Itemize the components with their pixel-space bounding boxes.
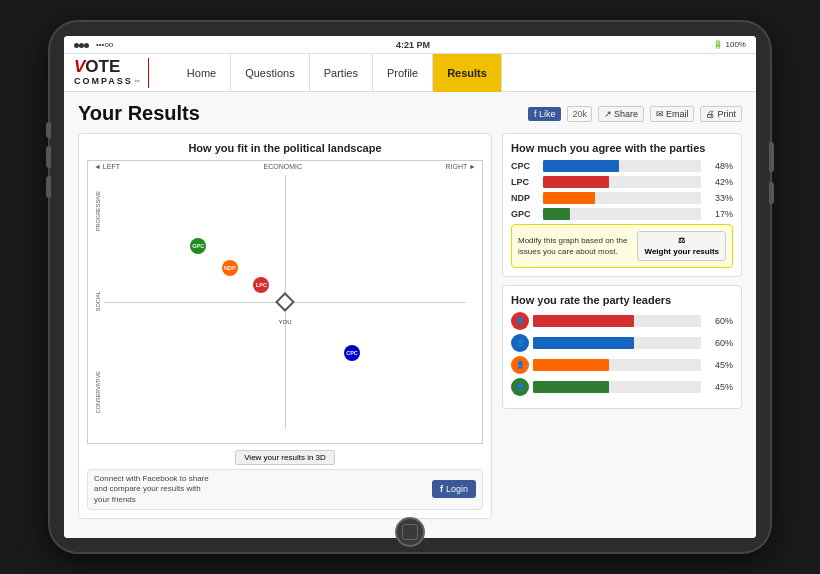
page-header: Your Results f Like 20k ↗ Share ✉ Email — [78, 102, 742, 125]
gpc-dot: GPC — [190, 238, 206, 254]
tablet-device: •••oo 4:21 PM 🔋 100% V OTE COMPASS ™ — [50, 22, 770, 552]
fb-login-icon: f — [440, 484, 443, 494]
gpc-pct: 17% — [705, 209, 733, 219]
compass-label: COMPASS — [74, 77, 133, 87]
side-button2[interactable] — [769, 182, 774, 204]
leader-bar-fill-4 — [533, 381, 609, 393]
leader-bar-track-4 — [533, 381, 701, 393]
carrier-label: •••oo — [96, 40, 113, 49]
you-marker — [275, 292, 295, 312]
print-button[interactable]: 🖨 Print — [700, 106, 742, 122]
ndp-bar-row: NDP 33% — [511, 192, 733, 204]
leader-avatar-2: 👤 — [511, 334, 529, 352]
lpc-bar-track — [543, 176, 701, 188]
cpc-bar-fill — [543, 160, 619, 172]
cpc-label: CPC — [511, 161, 539, 171]
gpc-label: GPC — [511, 209, 539, 219]
cpc-bar-track — [543, 160, 701, 172]
two-column-layout: How you fit in the political landscape ◄… — [78, 133, 742, 519]
gpc-bar-row: GPC 17% — [511, 208, 733, 220]
cpc-pct: 48% — [705, 161, 733, 171]
leader-bar-fill-3 — [533, 359, 609, 371]
lpc-pct: 42% — [705, 177, 733, 187]
ndp-bar-track — [543, 192, 701, 204]
fb-login-label: Login — [446, 484, 468, 494]
leader-row-2: 👤 60% — [511, 334, 733, 352]
nav-results[interactable]: Results — [433, 54, 502, 92]
vol-down-button[interactable] — [46, 146, 51, 168]
nav-home[interactable]: Home — [173, 54, 231, 92]
tablet-screen: •••oo 4:21 PM 🔋 100% V OTE COMPASS ™ — [64, 36, 756, 538]
gpc-bar-fill — [543, 208, 570, 220]
cpc-dot: CPC — [344, 345, 360, 361]
leader-bar-track-2 — [533, 337, 701, 349]
weight-results-box: Modify this graph based on the issues yo… — [511, 224, 733, 268]
fb-login-button[interactable]: f Login — [432, 480, 476, 498]
status-left: •••oo — [74, 40, 113, 50]
leader-pct-2: 60% — [705, 338, 733, 348]
party-agreement-card: How much you agree with the parties CPC … — [502, 133, 742, 277]
political-chart: ◄ LEFT ECONOMIC RIGHT ► PROGRESSIVE SOCI… — [87, 160, 483, 444]
connect-text: Connect with Facebook to share and compa… — [94, 474, 214, 505]
page-title: Your Results — [78, 102, 200, 125]
leader-pct-4: 45% — [705, 382, 733, 392]
ndp-bar-fill — [543, 192, 595, 204]
leader-avatar-3: 👤 — [511, 356, 529, 374]
conservative-label: CONSERVATIVE — [95, 371, 101, 413]
share-button[interactable]: ↗ Share — [598, 106, 644, 122]
like-count: 20k — [567, 106, 592, 122]
nav-profile[interactable]: Profile — [373, 54, 433, 92]
weight-text: Modify this graph based on the issues yo… — [518, 235, 628, 257]
fb-like-button[interactable]: f Like — [528, 107, 562, 121]
share-icon: ↗ — [604, 109, 612, 119]
time-display: 4:21 PM — [396, 40, 430, 50]
facebook-connect-bar: Connect with Facebook to share and compa… — [87, 469, 483, 510]
page-content: Your Results f Like 20k ↗ Share ✉ Email — [64, 92, 756, 538]
scale-icon: ⚖ — [678, 236, 685, 245]
email-button[interactable]: ✉ Email — [650, 106, 695, 122]
leader-bar-fill-2 — [533, 337, 634, 349]
print-icon: 🖨 — [706, 109, 715, 119]
leader-row-1: 👤 60% — [511, 312, 733, 330]
leader-bar-track-1 — [533, 315, 701, 327]
ndp-dot: NDP — [222, 260, 238, 276]
right-panel: How much you agree with the parties CPC … — [502, 133, 742, 519]
power-button[interactable] — [769, 142, 774, 172]
gpc-bar-track — [543, 208, 701, 220]
axis-center-label: ECONOMIC — [263, 163, 302, 170]
email-icon: ✉ — [656, 109, 664, 119]
ndp-label: NDP — [511, 193, 539, 203]
social-label: SOCIAL — [95, 291, 101, 311]
status-bar: •••oo 4:21 PM 🔋 100% — [64, 36, 756, 54]
ndp-pct: 33% — [705, 193, 733, 203]
nav-parties[interactable]: Parties — [310, 54, 373, 92]
leader-avatar-4: 👤 — [511, 378, 529, 396]
lpc-dot: LPC — [253, 277, 269, 293]
leader-avatar-1: 👤 — [511, 312, 529, 330]
vote-logo-v: V — [74, 58, 85, 77]
cpc-bar-row: CPC 48% — [511, 160, 733, 172]
nav-items: Home Questions Parties Profile Results — [173, 54, 746, 92]
view-3d-button[interactable]: View your results in 3D — [235, 450, 335, 465]
lpc-bar-fill — [543, 176, 609, 188]
leader-row-4: 👤 45% — [511, 378, 733, 396]
progressive-label: PROGRESSIVE — [95, 191, 101, 231]
tm-symbol: ™ — [134, 79, 140, 86]
party-leaders-title: How you rate the party leaders — [511, 294, 733, 306]
vol-up-button[interactable] — [46, 122, 51, 138]
social-actions: f Like 20k ↗ Share ✉ Email 🖨 Print — [528, 106, 742, 122]
political-landscape-panel: How you fit in the political landscape ◄… — [78, 133, 492, 519]
weight-btn-label: Weight your results — [644, 247, 719, 256]
logo: V OTE COMPASS ™ — [74, 58, 157, 88]
party-leaders-card: How you rate the party leaders 👤 60% — [502, 285, 742, 409]
nav-questions[interactable]: Questions — [231, 54, 310, 92]
lpc-label: LPC — [511, 177, 539, 187]
fb-icon: f — [534, 109, 537, 119]
leader-pct-1: 60% — [705, 316, 733, 326]
vote-logo-text: OTE — [85, 58, 120, 77]
weight-results-button[interactable]: ⚖ Weight your results — [637, 231, 726, 261]
mute-button[interactable] — [46, 176, 51, 198]
home-button[interactable] — [395, 517, 425, 547]
you-label: YOU — [278, 319, 291, 325]
status-right: 🔋 100% — [713, 40, 746, 49]
